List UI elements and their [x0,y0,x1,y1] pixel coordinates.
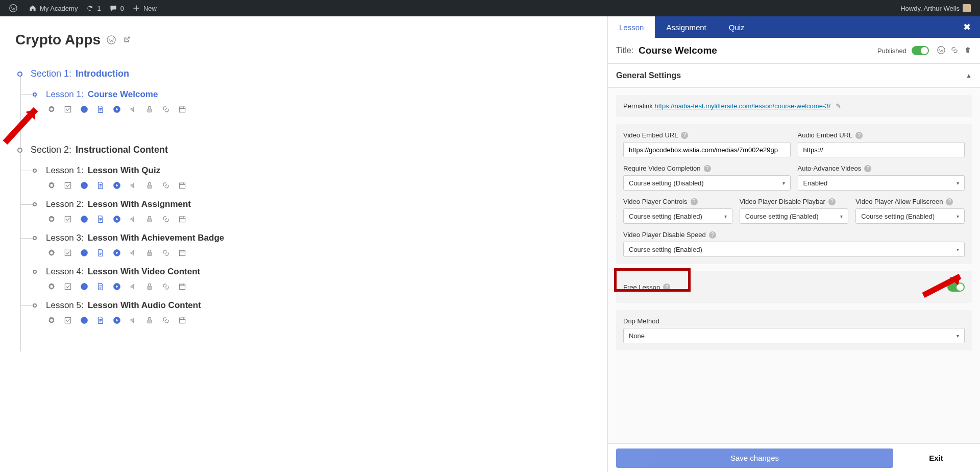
published-toggle[interactable] [912,46,929,55]
detach-icon[interactable] [161,282,170,291]
disable-speed-select[interactable]: Course setting (Enabled) [623,242,965,257]
detach-icon[interactable] [161,105,170,114]
calendar-icon[interactable] [178,282,187,291]
question-icon[interactable]: ? [80,248,89,257]
section-2[interactable]: Section 2: Instructional Content Lesson … [15,145,592,325]
tab-lesson[interactable]: Lesson [608,16,655,38]
lock-icon[interactable] [145,282,154,291]
updates-link[interactable]: 1 [82,0,105,16]
help-icon[interactable]: ? [681,132,688,139]
free-lesson-toggle[interactable] [947,282,965,292]
lesson-item[interactable]: Lesson 3: Lesson With Achievement Badge … [15,233,592,257]
gear-icon[interactable] [47,215,56,224]
play-icon[interactable] [112,105,121,114]
lock-icon[interactable] [145,248,154,257]
checkbox-icon[interactable] [63,181,72,190]
question-icon[interactable]: ? [80,181,89,190]
play-icon[interactable] [112,316,121,325]
drip-method-select[interactable]: None [623,328,965,343]
general-settings-header[interactable]: General Settings ▲ [608,64,980,88]
checkbox-icon[interactable] [63,316,72,325]
checkbox-icon[interactable] [63,215,72,224]
play-icon[interactable] [112,215,121,224]
calendar-icon[interactable] [178,105,187,114]
lock-icon[interactable] [145,181,154,190]
play-icon[interactable] [112,248,121,257]
lesson-item[interactable]: Lesson 4: Lesson With Video Content ? [15,267,592,291]
gear-icon[interactable] [47,105,56,114]
video-embed-input[interactable] [623,142,791,157]
detach-icon[interactable] [161,215,170,224]
howdy-link[interactable]: Howdy, Arthur Wells [896,0,975,16]
calendar-icon[interactable] [178,215,187,224]
external-icon[interactable] [122,32,131,48]
trash-icon[interactable] [964,46,972,56]
calendar-icon[interactable] [178,248,187,257]
tab-assignment[interactable]: Assignment [655,16,717,38]
help-icon[interactable]: ? [704,165,711,172]
lock-icon[interactable] [145,105,154,114]
document-icon[interactable] [96,181,105,190]
close-icon[interactable]: ✖ [959,21,975,33]
audio-embed-input[interactable] [798,142,965,157]
save-button[interactable]: Save changes [616,449,893,468]
checkbox-icon[interactable] [63,105,72,114]
lesson-item[interactable]: Lesson 2: Lesson With Assignment ? [15,199,592,224]
help-icon[interactable]: ? [946,198,953,205]
document-icon[interactable] [96,215,105,224]
auto-advance-select[interactable]: Enabled [798,175,965,191]
edit-permalink-icon[interactable]: ✎ [836,102,841,110]
audio-icon[interactable] [129,215,138,224]
document-icon[interactable] [96,105,105,114]
audio-icon[interactable] [129,248,138,257]
calendar-icon[interactable] [178,181,187,190]
document-icon[interactable] [96,316,105,325]
detach-icon[interactable] [161,316,170,325]
lesson-item[interactable]: Lesson 1: Lesson With Quiz ? [15,166,592,190]
player-controls-select[interactable]: Course setting (Enabled) [623,208,732,224]
play-icon[interactable] [112,282,121,291]
gear-icon[interactable] [47,316,56,325]
wp-logo[interactable] [5,0,24,16]
checkbox-icon[interactable] [63,282,72,291]
gear-icon[interactable] [47,248,56,257]
help-icon[interactable]: ? [828,198,836,205]
title-value[interactable]: Course Welcome [639,45,717,56]
new-link[interactable]: New [128,0,161,16]
calendar-icon[interactable] [178,316,187,325]
exit-button[interactable]: Exit [900,449,972,468]
audio-icon[interactable] [129,282,138,291]
site-link[interactable]: My Academy [24,0,82,16]
comments-link[interactable]: 0 [105,0,128,16]
lock-icon[interactable] [145,316,154,325]
document-icon[interactable] [96,282,105,291]
question-icon[interactable]: ? [80,215,89,224]
audio-icon[interactable] [129,316,138,325]
section-1[interactable]: Section 1: Introduction Lesson 1: Course… [15,68,592,114]
gear-icon[interactable] [47,181,56,190]
help-icon[interactable]: ? [855,132,863,139]
help-icon[interactable]: ? [691,198,698,205]
require-video-select[interactable]: Course setting (Disabled) [623,175,791,191]
detach-icon[interactable] [161,181,170,190]
help-icon[interactable]: ? [864,165,871,172]
checkbox-icon[interactable] [63,248,72,257]
play-icon[interactable] [112,181,121,190]
help-icon[interactable]: ? [663,284,670,291]
detach-icon[interactable] [161,248,170,257]
tab-quiz[interactable]: Quiz [718,16,756,38]
audio-icon[interactable] [129,105,138,114]
document-icon[interactable] [96,248,105,257]
question-icon[interactable]: ? [80,316,89,325]
lesson-course-welcome[interactable]: Lesson 1: Course Welcome ? [15,89,592,114]
permalink-link[interactable]: https://nadia-test.myliftersite.com/less… [654,102,830,110]
question-icon[interactable]: ? [80,282,89,291]
disable-playbar-select[interactable]: Course setting (Enabled) [740,208,849,224]
question-icon[interactable]: ? [80,105,89,114]
audio-icon[interactable] [129,181,138,190]
gear-icon[interactable] [47,282,56,291]
help-icon[interactable]: ? [709,231,716,239]
wp-icon[interactable] [107,32,116,48]
lesson-item[interactable]: Lesson 5: Lesson With Audio Content ? [15,300,592,325]
detach-icon[interactable] [950,46,959,56]
